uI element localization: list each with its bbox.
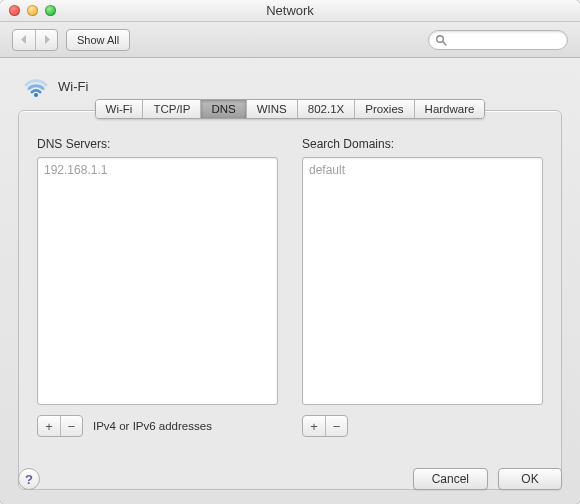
dns-servers-stepper: + − (37, 415, 83, 437)
back-forward-control[interactable] (12, 29, 58, 51)
search-icon (435, 34, 447, 46)
dns-columns: DNS Servers: 192.168.1.1 + − IPv4 or IPv… (37, 137, 543, 437)
search-input[interactable] (451, 34, 561, 46)
dns-servers-column: DNS Servers: 192.168.1.1 + − IPv4 or IPv… (37, 137, 278, 437)
search-domains-stepper: + − (302, 415, 348, 437)
search-domains-list[interactable]: default (302, 157, 543, 405)
list-item[interactable]: default (309, 162, 536, 178)
search-domains-label: Search Domains: (302, 137, 543, 151)
remove-domain-button[interactable]: − (325, 416, 347, 436)
tab-802-1x[interactable]: 802.1X (297, 100, 354, 118)
svg-point-2 (34, 93, 38, 97)
add-dns-server-button[interactable]: + (38, 416, 60, 436)
tab-proxies[interactable]: Proxies (354, 100, 413, 118)
cancel-label: Cancel (432, 472, 469, 486)
cancel-button[interactable]: Cancel (413, 468, 488, 490)
dns-servers-hint: IPv4 or IPv6 addresses (93, 420, 212, 432)
tab-tcp-ip[interactable]: TCP/IP (142, 100, 200, 118)
help-button[interactable]: ? (18, 468, 40, 490)
remove-dns-server-button[interactable]: − (60, 416, 82, 436)
zoom-icon[interactable] (45, 5, 56, 16)
tab-hardware[interactable]: Hardware (414, 100, 485, 118)
show-all-button[interactable]: Show All (66, 29, 130, 51)
footer-buttons: Cancel OK (413, 468, 562, 490)
tab-dns[interactable]: DNS (200, 100, 245, 118)
tab-wi-fi[interactable]: Wi-Fi (96, 100, 143, 118)
search-domains-column: Search Domains: default + − (302, 137, 543, 437)
toolbar: Show All (0, 22, 580, 58)
show-all-label: Show All (77, 34, 119, 46)
add-domain-button[interactable]: + (303, 416, 325, 436)
content-area: Wi-Fi Wi-FiTCP/IPDNSWINS802.1XProxiesHar… (0, 58, 580, 504)
minimize-icon[interactable] (27, 5, 38, 16)
ok-button[interactable]: OK (498, 468, 562, 490)
svg-line-1 (443, 41, 446, 44)
close-icon[interactable] (9, 5, 20, 16)
list-item[interactable]: 192.168.1.1 (44, 162, 271, 178)
back-button[interactable] (13, 30, 35, 50)
forward-button[interactable] (35, 30, 57, 50)
search-field[interactable] (428, 30, 568, 50)
tab-bar: Wi-FiTCP/IPDNSWINS802.1XProxiesHardware (19, 99, 561, 119)
dns-servers-label: DNS Servers: (37, 137, 278, 151)
service-title: Wi-Fi (58, 79, 88, 94)
dns-servers-footer: + − IPv4 or IPv6 addresses (37, 415, 278, 437)
wifi-icon (22, 72, 50, 100)
titlebar: Network (0, 0, 580, 22)
dns-servers-list[interactable]: 192.168.1.1 (37, 157, 278, 405)
tab-wins[interactable]: WINS (246, 100, 297, 118)
settings-panel: Wi-FiTCP/IPDNSWINS802.1XProxiesHardware … (18, 110, 562, 490)
window-controls (0, 5, 56, 16)
sheet-footer: ? Cancel OK (18, 468, 562, 490)
search-domains-footer: + − (302, 415, 543, 437)
ok-label: OK (521, 472, 538, 486)
window-title: Network (0, 3, 580, 18)
network-preferences-window: Network Show All (0, 0, 580, 504)
